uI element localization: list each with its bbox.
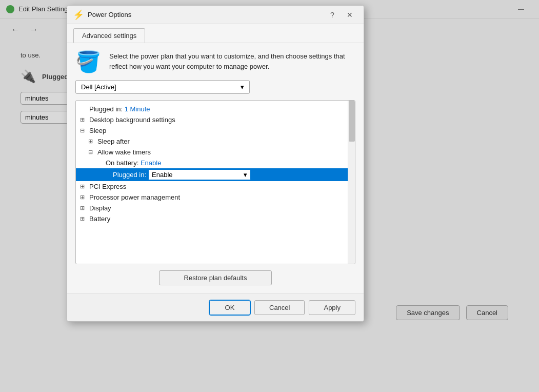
tree-row-plugged-in-value[interactable]: Plugged in: 1 Minute bbox=[76, 104, 348, 114]
tree-row-wake-timers[interactable]: ⊟ Allow wake timers bbox=[76, 147, 348, 158]
power-plan-icon: 🪣 bbox=[75, 51, 101, 72]
modal-footer: OK Cancel Apply bbox=[67, 293, 364, 321]
plan-select-wrapper: Dell [Active] ▾ bbox=[75, 80, 355, 94]
restore-btn-wrapper: Restore plan defaults bbox=[75, 270, 355, 285]
plugged-in-dropdown-label: Plugged in: bbox=[113, 171, 146, 179]
modal-intro: 🪣 Select the power plan that you want to… bbox=[75, 51, 355, 72]
tree-scrollbar[interactable] bbox=[348, 101, 355, 264]
expand-icon: ⊞ bbox=[80, 194, 87, 201]
plugged-in-dropdown-arrow: ▾ bbox=[244, 171, 247, 179]
plugged-in-dropdown-value: Enable bbox=[152, 171, 172, 179]
expand-icon: ⊞ bbox=[80, 215, 87, 222]
modal-body: 🪣 Select the power plan that you want to… bbox=[67, 43, 364, 293]
tree-row-pci-express[interactable]: ⊞ PCI Express bbox=[76, 181, 348, 192]
expand-icon: ⊞ bbox=[80, 116, 87, 123]
modal-icon: ⚡ bbox=[73, 10, 84, 20]
tree-row-sleep-after[interactable]: ⊞ Sleep after bbox=[76, 136, 348, 147]
collapse-icon: ⊟ bbox=[88, 149, 95, 155]
tree-row-battery[interactable]: ⊞ Battery bbox=[76, 213, 348, 224]
tree-row-on-battery[interactable]: On battery: Enable bbox=[76, 158, 348, 168]
modal-title: Power Options bbox=[88, 11, 325, 18]
tree-row-processor-power[interactable]: ⊞ Processor power management bbox=[76, 192, 348, 203]
close-button[interactable]: ✕ bbox=[342, 7, 357, 23]
modal-tab-bar: Advanced settings bbox=[67, 24, 364, 43]
tree-content: Plugged in: 1 Minute ⊞ Desktop backgroun… bbox=[76, 101, 355, 227]
spacer-icon bbox=[80, 106, 87, 112]
power-options-dialog: ⚡ Power Options ? ✕ Advanced settings 🪣 … bbox=[67, 5, 364, 322]
modal-cancel-button[interactable]: Cancel bbox=[254, 300, 305, 315]
restore-plan-defaults-button[interactable]: Restore plan defaults bbox=[159, 270, 272, 285]
expand-icon: ⊞ bbox=[80, 205, 87, 211]
plan-select-arrow: ▾ bbox=[241, 83, 244, 91]
spacer-icon bbox=[96, 160, 104, 166]
plan-dropdown[interactable]: Dell [Active] ▾ bbox=[75, 80, 250, 94]
modal-titlebar: ⚡ Power Options ? ✕ bbox=[67, 6, 364, 24]
tree-scrollbar-thumb[interactable] bbox=[349, 101, 355, 142]
modal-title-controls: ? ✕ bbox=[325, 7, 357, 23]
plugged-in-dropdown[interactable]: Enable ▾ bbox=[148, 169, 251, 180]
ok-button[interactable]: OK bbox=[209, 300, 250, 315]
tree-row-plugged-in-dropdown[interactable]: Plugged in: Enable ▾ bbox=[76, 168, 348, 181]
tree-row-display[interactable]: ⊞ Display bbox=[76, 203, 348, 213]
apply-button[interactable]: Apply bbox=[309, 300, 355, 315]
expand-icon: ⊞ bbox=[88, 138, 95, 145]
collapse-icon: ⊟ bbox=[80, 127, 87, 134]
plan-select-value: Dell [Active] bbox=[81, 83, 116, 91]
settings-tree[interactable]: Plugged in: 1 Minute ⊞ Desktop backgroun… bbox=[75, 100, 355, 264]
advanced-settings-tab[interactable]: Advanced settings bbox=[73, 28, 145, 43]
modal-intro-text: Select the power plan that you want to c… bbox=[109, 51, 355, 71]
tree-row-sleep[interactable]: ⊟ Sleep bbox=[76, 125, 348, 136]
expand-icon: ⊞ bbox=[80, 183, 87, 190]
modal-overlay: ⚡ Power Options ? ✕ Advanced settings 🪣 … bbox=[0, 0, 539, 392]
help-button[interactable]: ? bbox=[325, 7, 340, 23]
tree-row-desktop-bg[interactable]: ⊞ Desktop background settings bbox=[76, 114, 348, 125]
